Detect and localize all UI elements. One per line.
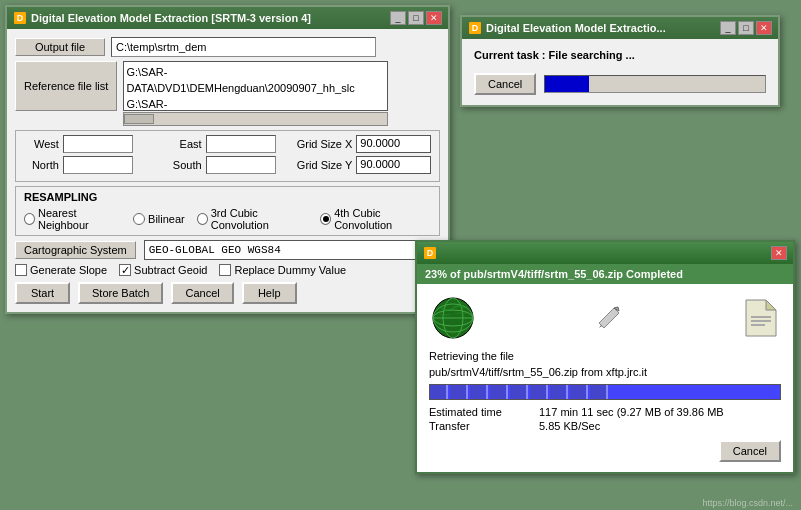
replace-dummy-checkbox[interactable]: Replace Dummy Value [219, 264, 346, 276]
search-progress-row: Cancel [474, 73, 766, 95]
output-file-button[interactable]: Output file [15, 38, 105, 56]
help-button[interactable]: Help [242, 282, 297, 304]
main-title-text: Digital Elevation Model Extraction [SRTM… [31, 12, 311, 24]
transfer-icon [594, 303, 624, 333]
estimated-value: 117 min 11 sec (9.27 MB of 39.86 MB [539, 406, 724, 418]
east-label: East [157, 138, 202, 150]
maximize-button[interactable]: □ [408, 11, 424, 25]
search-maximize-button[interactable]: □ [738, 21, 754, 35]
download-window: D ✕ 23% of pub/srtmV4/tiff/srtm_55_06.zi… [415, 240, 795, 474]
download-title-left: D [423, 246, 437, 260]
start-button[interactable]: Start [15, 282, 70, 304]
main-title-left: D Digital Elevation Model Extraction [SR… [13, 11, 311, 25]
progress-seg-1 [430, 385, 448, 399]
progress-seg-7 [550, 385, 568, 399]
coord-grid-section: West East Grid Size X 90.0000 North Sout… [15, 130, 440, 182]
main-cancel-button[interactable]: Cancel [171, 282, 233, 304]
subtract-geoid-check[interactable]: ✓ [119, 264, 131, 276]
download-cancel-row: Cancel [429, 440, 781, 462]
carto-value: GEO-GLOBAL GEO WGS84 [144, 240, 440, 260]
main-window: D Digital Elevation Model Extraction [SR… [5, 5, 450, 314]
search-close-button[interactable]: ✕ [756, 21, 772, 35]
radio-cubic4-button[interactable] [320, 213, 331, 225]
generate-slope-check[interactable] [15, 264, 27, 276]
file-path-text: pub/srtmV4/tiff/srtm_55_06.zip from xftp… [429, 366, 781, 378]
main-window-icon: D [13, 11, 27, 25]
search-window-icon: D [468, 21, 482, 35]
progress-seg-2 [450, 385, 468, 399]
west-input[interactable] [63, 135, 133, 153]
replace-dummy-check[interactable] [219, 264, 231, 276]
download-cancel-button[interactable]: Cancel [719, 440, 781, 462]
progress-seg-9 [590, 385, 608, 399]
checkbox-row: Generate Slope ✓ Subtract Geoid Replace … [15, 264, 440, 276]
resampling-section: RESAMPLING Nearest Neighbour Bilinear 3r… [15, 186, 440, 236]
radio-bilinear-button[interactable] [133, 213, 145, 225]
svg-text:D: D [472, 23, 479, 33]
radio-cubic3-button[interactable] [197, 213, 208, 225]
minimize-button[interactable]: _ [390, 11, 406, 25]
current-task-text: Current task : File searching ... [474, 49, 766, 61]
progress-seg-4 [490, 385, 508, 399]
main-content: Output file Reference file list G:\SAR-D… [7, 29, 448, 312]
search-progress-fill [545, 76, 589, 92]
search-content: Current task : File searching ... Cancel [462, 39, 778, 105]
main-title-bar: D Digital Elevation Model Extraction [SR… [7, 7, 448, 29]
ref-file-row: Reference file list G:\SAR-DATA\DVD1\DEM… [15, 61, 440, 126]
progress-seg-5 [510, 385, 528, 399]
north-input[interactable] [63, 156, 133, 174]
transfer-value: 5.85 KB/Sec [539, 420, 600, 432]
search-progress-bar [544, 75, 766, 93]
resampling-title: RESAMPLING [24, 191, 431, 203]
output-file-row: Output file [15, 37, 440, 57]
close-button[interactable]: ✕ [426, 11, 442, 25]
download-progress-fill [430, 385, 780, 399]
svg-rect-11 [751, 316, 771, 318]
file-icon [741, 298, 781, 338]
west-east-row: West East Grid Size X 90.0000 [24, 135, 431, 153]
search-cancel-button[interactable]: Cancel [474, 73, 536, 95]
store-batch-button[interactable]: Store Batch [78, 282, 163, 304]
south-input[interactable] [206, 156, 276, 174]
download-header: 23% of pub/srtmV4/tiff/srtm_55_06.zip Co… [417, 264, 793, 284]
east-input[interactable] [206, 135, 276, 153]
radio-cubic4[interactable]: 4th Cubic Convolution [320, 207, 431, 231]
search-window: D Digital Elevation Model Extractio... _… [460, 15, 780, 107]
search-title-controls: _ □ ✕ [720, 21, 772, 35]
download-window-icon: D [423, 246, 437, 260]
ref-file-list[interactable]: G:\SAR-DATA\DVD1\DEMHengduan\20090907_hh… [123, 61, 388, 111]
search-title-text: Digital Elevation Model Extractio... [486, 22, 666, 34]
radio-nearest[interactable]: Nearest Neighbour [24, 207, 121, 231]
radio-bilinear[interactable]: Bilinear [133, 213, 185, 225]
radio-nearest-button[interactable] [24, 213, 35, 225]
output-file-input[interactable] [111, 37, 376, 57]
svg-text:D: D [17, 13, 24, 23]
download-title-controls: ✕ [771, 246, 787, 260]
ref-file-button[interactable]: Reference file list [15, 61, 117, 111]
ref-scrollbar[interactable] [123, 112, 388, 126]
generate-slope-checkbox[interactable]: Generate Slope [15, 264, 107, 276]
globe-icon [429, 294, 477, 342]
carto-button[interactable]: Cartographic System [15, 241, 136, 259]
estimated-time-row: Estimated time 117 min 11 sec (9.27 MB o… [429, 406, 781, 418]
download-header-text: 23% of pub/srtmV4/tiff/srtm_55_06.zip Co… [425, 268, 683, 280]
grid-size-x-value: 90.0000 [356, 135, 431, 153]
radio-cubic3[interactable]: 3rd Cubic Convolution [197, 207, 308, 231]
download-content: 23% of pub/srtmV4/tiff/srtm_55_06.zip Co… [417, 264, 793, 472]
svg-rect-13 [751, 324, 765, 326]
transfer-row: Transfer 5.85 KB/Sec [429, 420, 781, 432]
search-minimize-button[interactable]: _ [720, 21, 736, 35]
ref-file-item-1: G:\SAR-DATA\DVD1\DEMHengduan\20090907_hh… [126, 64, 385, 96]
grid-size-y-value: 90.0000 [356, 156, 431, 174]
subtract-geoid-checkbox[interactable]: ✓ Subtract Geoid [119, 264, 207, 276]
main-btn-row: Start Store Batch Cancel Help [15, 282, 440, 304]
svg-text:D: D [427, 248, 434, 258]
download-close-button[interactable]: ✕ [771, 246, 787, 260]
download-progress-bar [429, 384, 781, 400]
arrow-area [477, 303, 741, 333]
north-label: North [24, 159, 59, 171]
download-title-bar: D ✕ [417, 242, 793, 264]
grid-size-y-label: Grid Size Y [288, 159, 353, 171]
radio-row: Nearest Neighbour Bilinear 3rd Cubic Con… [24, 207, 431, 231]
west-label: West [24, 138, 59, 150]
